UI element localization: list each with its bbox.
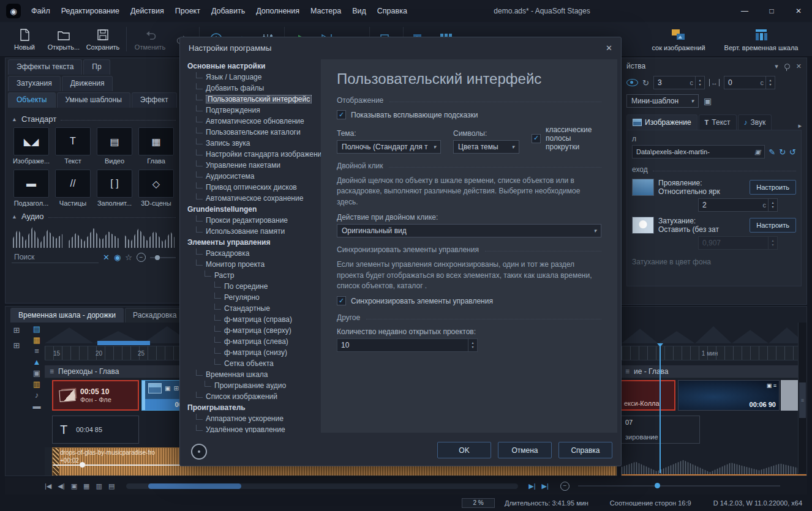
tree-item[interactable]: Пользовательские каталоги [180,127,321,138]
spinner-arrows[interactable]: ▴▾ [768,199,777,211]
timeline-clip[interactable]: T 00:04 85 [52,416,139,444]
tree-item[interactable]: Пользовательский интерфейс [180,94,321,105]
symbols-select[interactable]: Цвета темы▾ [453,140,519,154]
tree-item[interactable]: Аппаратное ускорение [180,413,321,424]
tree-item[interactable]: Раскадровка [180,248,321,259]
save-template-icon[interactable]: ▣ [704,97,712,105]
track-tool-icon[interactable]: ♪ [35,391,39,399]
configure-in-button[interactable]: Настроить [750,180,796,195]
zoom-out-icon[interactable]: − [137,253,146,262]
object-item[interactable]: ◣◢ Изображе... [12,127,51,165]
vertical-scrollbar[interactable]: ≡ [798,323,806,473]
track-tool-icon[interactable]: ▤ [33,325,40,333]
tree-item[interactable]: Подтверждения [180,105,321,116]
panel-tab[interactable]: Пр [83,59,110,75]
dialog-titlebar[interactable]: Настройки программы ✕ [180,37,621,58]
track-tool-icon[interactable]: ▲ [33,358,41,366]
panel-tab[interactable]: Движения [62,76,113,91]
theme-select[interactable]: Полночь (Стандарт для т▾ [337,140,441,154]
go-start-button[interactable]: |◀ [42,482,55,490]
timeline-scrollbar[interactable] [126,483,518,489]
tree-item[interactable]: Монитор проекта [180,259,321,270]
zoom-selection-icon[interactable]: ⊞ [13,341,20,349]
menu-item[interactable]: Справка [372,1,413,22]
undo-button[interactable]: Отменить [130,23,170,55]
vertical-timeline-button[interactable]: Верт. временная шкала [715,23,807,55]
audio-section-header[interactable]: ▲ Аудио [12,212,176,221]
tree-item[interactable]: ф-матрица (снизу) [180,347,321,358]
maximize-button[interactable]: □ [758,0,785,21]
timeline-clip[interactable] [781,380,798,411]
zoom-slider-knob[interactable] [655,483,660,488]
timeline-clip[interactable]: ▣ ≡ 00:06 90 [678,380,780,411]
doubleclick-action-select[interactable]: Оригинальный вид▾ [337,224,601,237]
dialog-close-icon[interactable]: ✕ [606,43,612,53]
panel-tab[interactable]: Объекты [8,92,56,108]
tree-item[interactable]: Прокси редактирование [180,215,321,226]
tab-image[interactable]: Изображение [626,114,697,130]
loop-button[interactable]: ▣ [68,482,80,490]
timeline-tab[interactable]: Временная шкала - дорожки [10,308,124,323]
tree-item[interactable]: Список изображений [180,391,321,402]
loop-icon[interactable]: ↻ [642,79,649,87]
classic-scrollbars-checkbox[interactable]: ✓ классические полосы прокрутки [532,125,601,151]
checkbox-box[interactable]: ✓ [337,110,346,119]
tree-item[interactable]: Язык / Language [180,72,321,83]
transition-out-duration-spinner[interactable]: 0,907 ▴▾ [698,236,778,250]
tree-item[interactable]: Основные настройки [180,61,321,72]
minimize-button[interactable]: — [731,0,758,21]
object-item[interactable]: ◇ 3D-сцены [137,170,176,207]
tree-item[interactable]: Проигрывание аудио [180,380,321,391]
tree-item[interactable]: Настройки стандарта изображения [180,149,321,160]
timeline-clip[interactable]: екси-Колла [622,380,675,411]
panel-tab[interactable]: Затухания [8,76,61,91]
tree-item[interactable]: Добавить файлы [180,83,321,94]
tree-item[interactable]: Использование памяти [180,226,321,237]
tab-sound[interactable]: ♪ Звук [738,114,772,130]
clear-search-icon[interactable]: ✕ [103,253,110,262]
cancel-button[interactable]: Отмена [498,442,552,458]
object-item[interactable]: ▤ Видео [95,127,134,165]
timeline-clip[interactable]: 07 зирование [622,416,700,444]
recent-projects-spinner[interactable]: 10 ▴▾ [337,338,478,352]
zoom-slider[interactable] [578,485,780,487]
track-menu-icon[interactable]: ≡ [50,367,54,376]
panel-close-icon[interactable]: ✕ [796,62,802,70]
audio-item-waveform[interactable] [13,225,62,248]
tracks-button[interactable]: ▥ [92,482,105,490]
open-button[interactable]: Открыть... [44,23,83,55]
tree-item[interactable]: ф-матрица (слева) [180,336,321,347]
play-range-button[interactable]: ▶| [525,482,538,490]
timeline-clip[interactable]: 00:05 10 Фон - Фле [52,380,139,411]
copy-icon[interactable]: ▣ [754,148,761,156]
pin-icon[interactable] [784,64,790,69]
spinner-arrows[interactable]: ▴▾ [468,339,477,351]
track-tool-icon[interactable]: ▣ [33,369,40,377]
menu-item[interactable]: Вид [347,1,372,22]
tree-item[interactable]: Аудиосистема [180,171,321,182]
tree-item[interactable]: Автоматическое обновление [180,116,321,127]
template-select[interactable]: Мини-шаблон▾ [626,94,699,108]
rotate-ccw-icon[interactable]: ↺ [789,147,796,157]
track-tool-icon[interactable]: ▬ [33,402,41,410]
transition-in-thumbnail[interactable] [632,179,654,196]
panel-menu-icon[interactable]: ▾ [775,62,778,70]
tree-item[interactable]: Удалённое управление [180,424,321,433]
tree-item[interactable]: Автоматическое сохранение [180,193,321,204]
duration-spinner[interactable]: 3 с ▴▾ [653,76,705,89]
standard-section-header[interactable]: ▲ Стандарт [12,114,176,124]
timeline-tab[interactable]: Раскадровка [125,308,184,323]
close-button[interactable]: ✕ [785,0,812,21]
thumbnail-size-slider[interactable] [150,257,176,258]
ok-button[interactable]: OK [437,442,491,458]
new-button[interactable]: Новый [5,23,44,55]
tree-item[interactable]: Регулярно [180,292,321,303]
transition-out-thumbnail[interactable] [632,217,654,234]
object-item[interactable]: ▦ Глава [137,127,176,165]
audio-item-waveform[interactable] [125,225,175,248]
tree-item[interactable]: ф-матрица (сверху) [180,325,321,336]
panel-tab[interactable]: Эффект [132,92,177,108]
visibility-eye-icon[interactable] [626,79,638,86]
menu-item[interactable]: Проект [170,1,206,22]
tree-item[interactable]: Сетка объекта [180,358,321,369]
